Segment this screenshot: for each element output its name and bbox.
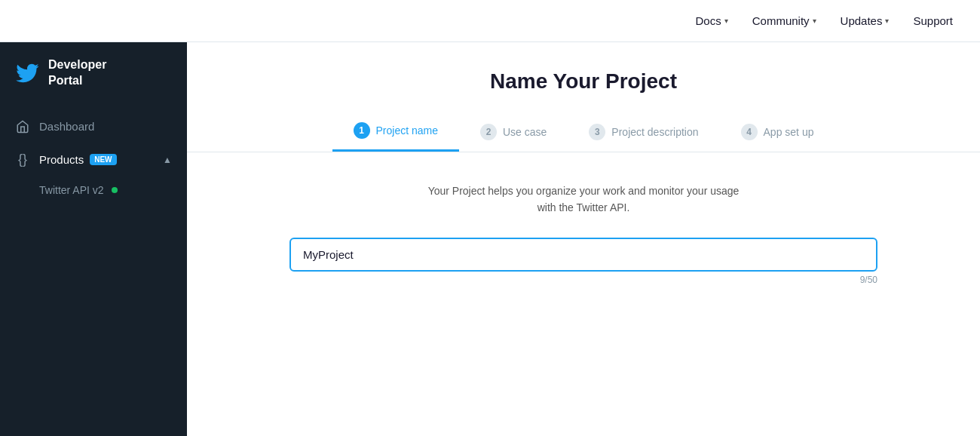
community-label: Community: [752, 14, 810, 27]
form-area: Your Project helps you organize your wor…: [244, 152, 923, 315]
sidebar: Developer Portal Dashboard {}: [0, 42, 187, 436]
tab-project-description-label: Project description: [611, 126, 698, 138]
support-nav-item[interactable]: Support: [904, 8, 962, 33]
char-count: 9/50: [289, 275, 877, 285]
twitter-api-v2-label: Twitter API v2: [39, 184, 104, 196]
tab-project-name-label: Project name: [376, 124, 438, 137]
support-label: Support: [913, 14, 953, 27]
community-nav-item[interactable]: Community ▾: [743, 8, 825, 33]
tab-app-set-up[interactable]: 4 App set up: [720, 113, 835, 151]
sidebar-navigation: Dashboard {} Products NEW ▲ Twitter API …: [0, 104, 187, 210]
step-tabs: 1 Project name 2 Use case 3 Project desc…: [187, 112, 980, 152]
form-description: Your Project helps you organize your wor…: [289, 183, 877, 216]
page-title: Name Your Project: [187, 69, 980, 94]
updates-nav-item[interactable]: Updates ▾: [831, 8, 899, 33]
status-dot-icon: [112, 187, 118, 193]
updates-chevron-icon: ▾: [885, 17, 889, 25]
sidebar-title: Developer Portal: [48, 57, 106, 89]
tab-app-set-up-label: App set up: [764, 126, 814, 138]
sidebar-item-twitter-api-v2[interactable]: Twitter API v2: [0, 177, 187, 204]
tab-project-description[interactable]: 3 Project description: [568, 113, 719, 151]
tab-use-case[interactable]: 2 Use case: [459, 113, 568, 151]
project-name-input[interactable]: [289, 238, 877, 272]
main-content: Name Your Project 1 Project name 2 Use c…: [187, 42, 980, 436]
step-2-number: 2: [480, 124, 497, 140]
community-chevron-icon: ▾: [813, 17, 816, 25]
top-navigation: Docs ▾ Community ▾ Updates ▾ Support: [0, 0, 980, 42]
step-1-number: 1: [354, 122, 370, 139]
top-nav-links: Docs ▾ Community ▾ Updates ▾ Support: [687, 8, 962, 33]
step-3-number: 3: [589, 124, 605, 140]
dashboard-label: Dashboard: [39, 120, 172, 133]
main-layout: Developer Portal Dashboard {}: [0, 42, 980, 436]
sidebar-logo: Developer Portal: [0, 42, 187, 104]
docs-chevron-icon: ▾: [724, 17, 728, 25]
products-label: Products NEW: [39, 153, 154, 166]
sidebar-item-dashboard[interactable]: Dashboard: [0, 110, 187, 143]
braces-icon: {}: [15, 152, 30, 167]
step-4-number: 4: [741, 124, 758, 140]
docs-label: Docs: [696, 14, 721, 27]
updates-label: Updates: [841, 14, 883, 27]
home-icon: [15, 119, 30, 134]
sidebar-item-products[interactable]: {} Products NEW ▲: [0, 143, 187, 177]
twitter-bird-icon: [15, 61, 39, 85]
new-badge: NEW: [90, 154, 116, 165]
tab-project-name[interactable]: 1 Project name: [332, 112, 459, 152]
docs-nav-item[interactable]: Docs ▾: [687, 8, 737, 33]
tab-use-case-label: Use case: [503, 126, 547, 138]
page-title-section: Name Your Project: [187, 42, 980, 112]
chevron-up-icon: ▲: [163, 155, 172, 165]
